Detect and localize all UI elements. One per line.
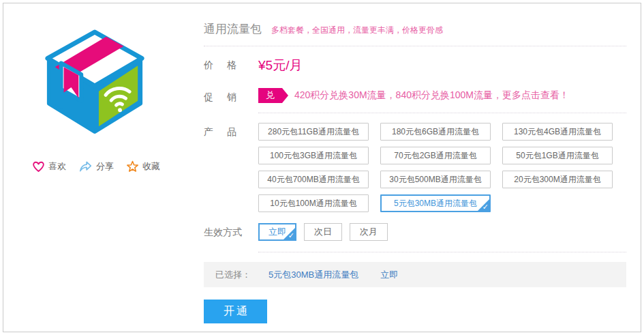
package-grid: 280元包11GB通用流量包 180元包6GB通用流量包 130元包4GB通用流…	[258, 123, 613, 212]
package-option[interactable]: 130元包4GB通用流量包	[502, 123, 613, 141]
selection-summary: 已选择： 5元包30MB通用流量包 立即	[204, 262, 626, 287]
package-option[interactable]: 20元包300M通用流量包	[502, 171, 613, 188]
product-detail: 通用流量包 多档套餐，全国通用，流量更丰满，价格更骨感 价格 ¥5元/月 促销 …	[204, 21, 626, 323]
promo-row: 促销 兑 420积分兑换30M流量，840积分兑换100M流量，更多点击查看！	[204, 88, 626, 104]
package-option-label: 100元包3GB通用流量包	[270, 150, 357, 162]
summary-package-link[interactable]: 5元包30MB通用流量包	[269, 269, 358, 281]
package-option-label: 70元包2GB通用流量包	[394, 150, 476, 162]
left-column: 喜欢 分享 收藏	[3, 3, 194, 332]
package-option[interactable]: 180元包6GB通用流量包	[380, 123, 491, 141]
divider	[258, 113, 626, 113]
share-label: 分享	[96, 160, 114, 173]
summary-effect-link[interactable]: 立即	[380, 269, 398, 281]
package-option-label: 30元包500MB通用流量包	[389, 174, 481, 186]
package-option-selected[interactable]: 5元包30MB通用流量包 ✓	[380, 194, 491, 212]
effect-option-label: 次日	[314, 226, 332, 238]
products-row: 产品 280元包11GB通用流量包 180元包6GB通用流量包 130元包4GB…	[204, 123, 626, 212]
effect-row: 生效方式 立即 ✓ 次日 次月	[204, 223, 626, 241]
package-option-label: 40元包700MB通用流量包	[267, 174, 359, 186]
price-label: 价格	[204, 56, 258, 72]
data-package-box-icon	[41, 29, 149, 137]
effect-option-label: 次月	[360, 226, 378, 238]
page-title: 通用流量包	[204, 21, 262, 37]
products-label: 产品	[204, 123, 258, 139]
product-panel: 喜欢 分享 收藏 通用流量包 多档套餐，全国通用，流量更丰满，价格更骨感	[3, 3, 641, 332]
promo-text[interactable]: 420积分兑换30M流量，840积分兑换100M流量，更多点击查看！	[294, 89, 569, 102]
package-option-label: 50元包1GB通用流量包	[516, 150, 598, 162]
package-option[interactable]: 10元包100M通用流量包	[258, 194, 369, 212]
like-label: 喜欢	[48, 160, 66, 173]
price-value: ¥5元/月	[258, 56, 302, 74]
page-subtitle: 多档套餐，全国通用，流量更丰满，价格更骨感	[271, 25, 443, 36]
package-option[interactable]: 100元包3GB通用流量包	[258, 147, 369, 164]
like-button[interactable]: 喜欢	[32, 160, 66, 173]
header-row: 通用流量包 多档套餐，全国通用，流量更丰满，价格更骨感	[204, 21, 626, 37]
check-icon: ✓	[482, 203, 489, 211]
package-option-label: 280元包11GB通用流量包	[268, 126, 359, 138]
package-option-label: 180元包6GB通用流量包	[392, 126, 479, 138]
heart-icon	[32, 161, 45, 173]
share-icon	[78, 160, 93, 173]
favorite-label: 收藏	[142, 160, 160, 173]
check-icon: ✓	[288, 232, 294, 239]
effect-option-selected[interactable]: 立即 ✓	[258, 223, 296, 241]
action-bar: 喜欢 分享 收藏	[32, 160, 160, 173]
favorite-button[interactable]: 收藏	[126, 160, 160, 173]
package-option[interactable]: 40元包700MB通用流量包	[258, 171, 369, 188]
package-option-label: 10元包100M通用流量包	[270, 198, 356, 209]
redeem-badge: 兑	[258, 88, 282, 103]
package-option[interactable]: 70元包2GB通用流量包	[380, 147, 491, 164]
effect-group: 立即 ✓ 次日 次月	[258, 223, 388, 241]
package-option-label: 5元包30MB通用流量包	[394, 198, 477, 209]
package-option-label: 20元包300M通用流量包	[514, 174, 600, 186]
package-option-label: 130元包4GB通用流量包	[514, 126, 601, 138]
star-icon	[126, 160, 139, 173]
effect-option[interactable]: 次日	[304, 223, 342, 241]
activate-button[interactable]: 开通	[204, 300, 267, 323]
share-button[interactable]: 分享	[78, 160, 114, 173]
divider	[204, 46, 626, 46]
divider	[258, 252, 626, 252]
promo-label: 促销	[204, 88, 258, 104]
promo-line: 兑 420积分兑换30M流量，840积分兑换100M流量，更多点击查看！	[258, 88, 569, 103]
package-option[interactable]: 50元包1GB通用流量包	[502, 147, 613, 164]
summary-label: 已选择：	[215, 269, 251, 281]
package-option[interactable]: 280元包11GB通用流量包	[258, 123, 369, 141]
package-option[interactable]: 30元包500MB通用流量包	[380, 171, 491, 188]
price-row: 价格 ¥5元/月	[204, 56, 626, 74]
effect-option[interactable]: 次月	[350, 223, 388, 241]
effect-label: 生效方式	[204, 223, 258, 239]
